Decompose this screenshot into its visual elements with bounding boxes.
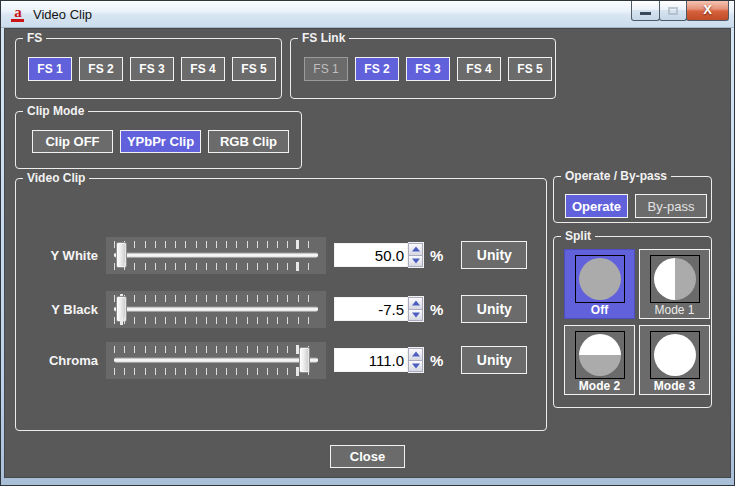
window-title: Video Clip xyxy=(33,1,92,28)
maximize-icon xyxy=(668,7,678,15)
app-icon: a xyxy=(10,6,26,22)
arrow-up-icon xyxy=(412,301,420,306)
y-white-value[interactable]: 50.0 xyxy=(334,243,408,267)
title-bar: a Video Clip X xyxy=(1,1,734,28)
group-fs-link: FS Link FS 1 FS 2 FS 3 FS 4 FS 5 xyxy=(290,38,556,99)
close-icon: X xyxy=(687,2,728,17)
chroma-row: Chroma 111.0 % Unity xyxy=(36,338,527,382)
fs-link-button-5[interactable]: FS 5 xyxy=(508,57,552,81)
split-mode1-button[interactable]: Mode 1 xyxy=(639,249,710,319)
split-mode2-label: Mode 2 xyxy=(565,379,634,393)
fs-link-button-2[interactable]: FS 2 xyxy=(355,57,399,81)
group-operate-bypass: Operate / By-pass Operate By-pass xyxy=(553,176,712,223)
group-fs-label: FS xyxy=(23,31,46,45)
split-off-button[interactable]: Off xyxy=(564,249,635,319)
chroma-label: Chroma xyxy=(36,353,98,368)
spin-down-button[interactable] xyxy=(408,360,423,373)
fs-link-button-3[interactable]: FS 3 xyxy=(406,57,450,81)
close-button[interactable]: Close xyxy=(330,445,405,468)
tick-marks xyxy=(114,368,318,375)
fs-link-button-row: FS 1 FS 2 FS 3 FS 4 FS 5 xyxy=(304,57,552,81)
y-black-slider[interactable] xyxy=(106,291,326,328)
close-window-button[interactable]: X xyxy=(686,1,729,21)
split-mode2-icon xyxy=(579,334,621,376)
group-clip-mode: Clip Mode Clip OFF YPbPr Clip RGB Clip xyxy=(15,111,302,169)
clip-mode-button-row: Clip OFF YPbPr Clip RGB Clip xyxy=(32,130,289,153)
percent-label: % xyxy=(430,247,443,264)
minimize-icon xyxy=(640,12,651,15)
tick-marks xyxy=(114,295,318,302)
y-black-label: Y Black xyxy=(36,302,98,317)
group-video-clip: Video Clip Y White 50.0 % Unit xyxy=(15,178,547,431)
split-preview-frame xyxy=(650,331,700,379)
fs-button-4[interactable]: FS 4 xyxy=(181,57,225,81)
arrow-down-icon xyxy=(412,258,420,263)
app-icon-glyph: a xyxy=(14,4,22,20)
y-black-spinbox: -7.5 xyxy=(334,296,424,322)
group-fs: FS FS 1 FS 2 FS 3 FS 4 FS 5 xyxy=(15,38,282,99)
split-button-grid: Off Mode 1 Mode 2 Mode 3 xyxy=(564,249,710,395)
clip-off-button[interactable]: Clip OFF xyxy=(32,130,113,153)
ypbpr-clip-button[interactable]: YPbPr Clip xyxy=(120,130,201,153)
arrow-up-icon xyxy=(412,247,420,252)
y-white-unity-button[interactable]: Unity xyxy=(461,241,527,269)
slider-track[interactable] xyxy=(114,253,318,258)
fs-button-1[interactable]: FS 1 xyxy=(28,57,72,81)
spin-buttons xyxy=(408,347,424,373)
spin-up-button[interactable] xyxy=(408,297,423,309)
dialog-body: FS FS 1 FS 2 FS 3 FS 4 FS 5 FS Link FS 1… xyxy=(4,28,731,478)
unity-tick xyxy=(296,262,299,271)
slider-track[interactable] xyxy=(114,307,318,312)
spin-up-button[interactable] xyxy=(408,348,423,360)
y-black-row: Y Black -7.5 % Unity xyxy=(36,287,527,331)
arrow-down-icon xyxy=(412,312,420,317)
y-white-slider[interactable] xyxy=(106,237,326,274)
caption-buttons: X xyxy=(632,1,729,21)
operate-button[interactable]: Operate xyxy=(565,194,628,218)
split-preview-frame xyxy=(575,331,625,379)
minimize-button[interactable] xyxy=(631,1,660,21)
group-split-label: Split xyxy=(561,229,595,243)
split-off-icon xyxy=(579,258,621,300)
split-mode3-button[interactable]: Mode 3 xyxy=(639,325,710,395)
split-mode2-button[interactable]: Mode 2 xyxy=(564,325,635,395)
spin-down-button[interactable] xyxy=(408,309,423,322)
fs-button-5[interactable]: FS 5 xyxy=(232,57,276,81)
y-black-value[interactable]: -7.5 xyxy=(334,297,408,321)
fs-link-button-1: FS 1 xyxy=(304,57,348,81)
unity-tick xyxy=(120,316,123,325)
spin-down-button[interactable] xyxy=(408,255,423,268)
fs-button-2[interactable]: FS 2 xyxy=(79,57,123,81)
split-off-label: Off xyxy=(565,303,634,317)
spin-buttons xyxy=(408,296,424,322)
spin-up-button[interactable] xyxy=(408,243,423,255)
y-white-spinbox: 50.0 xyxy=(334,242,424,268)
group-fs-link-label: FS Link xyxy=(298,31,349,45)
unity-tick xyxy=(296,367,299,376)
app-icon-bar xyxy=(11,19,24,22)
fs-link-button-4[interactable]: FS 4 xyxy=(457,57,501,81)
chroma-value[interactable]: 111.0 xyxy=(334,348,408,372)
bypass-button[interactable]: By-pass xyxy=(635,194,707,218)
y-black-unity-button[interactable]: Unity xyxy=(461,295,527,323)
arrow-down-icon xyxy=(412,363,420,368)
split-mode1-icon xyxy=(654,258,696,300)
y-white-row: Y White 50.0 % Unity xyxy=(36,233,527,277)
chroma-slider[interactable] xyxy=(106,342,326,379)
arrow-up-icon xyxy=(412,352,420,357)
unity-tick xyxy=(296,240,299,249)
split-mode1-label: Mode 1 xyxy=(640,303,709,317)
rgb-clip-button[interactable]: RGB Clip xyxy=(208,130,289,153)
percent-label: % xyxy=(430,301,443,318)
chroma-unity-button[interactable]: Unity xyxy=(461,346,527,374)
group-operate-bypass-label: Operate / By-pass xyxy=(561,169,671,183)
group-clip-mode-label: Clip Mode xyxy=(23,104,88,118)
fs-button-3[interactable]: FS 3 xyxy=(130,57,174,81)
tick-marks xyxy=(114,241,318,248)
maximize-button xyxy=(659,1,687,21)
tick-marks xyxy=(114,317,318,324)
group-video-clip-label: Video Clip xyxy=(23,171,89,185)
split-mode3-label: Mode 3 xyxy=(640,379,709,393)
slider-track[interactable] xyxy=(114,358,318,363)
split-preview-frame xyxy=(575,255,625,303)
